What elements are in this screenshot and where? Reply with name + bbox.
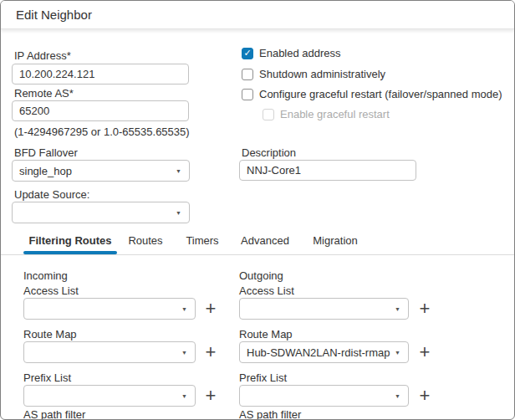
configure-graceful-restart-checkbox[interactable]: [242, 89, 253, 100]
bfd-fallover-value: single_hop: [13, 165, 176, 177]
dialog-header: Edit Neighbor: [1, 1, 514, 29]
incoming-route-map-add-button[interactable]: +: [202, 341, 219, 363]
update-source-label: Update Source:: [14, 188, 89, 201]
outgoing-prefix-list-label: Prefix List: [239, 371, 287, 384]
outgoing-route-map-add-button[interactable]: +: [416, 341, 433, 363]
incoming-access-list-label: Access List: [23, 284, 79, 297]
ip-address-label: IP Address*: [14, 49, 71, 62]
chevron-down-icon: ▼: [176, 210, 189, 216]
enable-graceful-restart-checkbox-row: Enable graceful restart: [263, 108, 390, 120]
outgoing-access-list-label: Access List: [239, 284, 294, 297]
incoming-access-list-add-button[interactable]: +: [202, 298, 219, 320]
dialog-title: Edit Neighbor: [16, 8, 92, 22]
tab-divider: [1, 254, 514, 255]
bfd-fallover-label: BFD Fallover: [14, 146, 78, 159]
enabled-address-checkbox-row[interactable]: ✓ Enabled address: [242, 47, 341, 59]
incoming-access-list-select[interactable]: ▼: [23, 298, 196, 320]
outgoing-route-map-select[interactable]: Hub-SDWAN2LAN-rdist-rmap ▼: [239, 341, 409, 363]
outgoing-route-map-label: Route Map: [239, 328, 293, 341]
tab-advanced[interactable]: Advanced: [241, 234, 289, 255]
shutdown-administratively-label: Shutdown administratively: [259, 68, 385, 80]
shutdown-administratively-checkbox-row[interactable]: Shutdown administratively: [242, 68, 385, 80]
edit-neighbor-dialog: Edit Neighbor IP Address* Remote AS* (1-…: [0, 0, 515, 420]
check-icon: ✓: [243, 49, 251, 58]
incoming-prefix-list-add-button[interactable]: +: [202, 385, 219, 407]
outgoing-access-list-add-button[interactable]: +: [416, 298, 433, 320]
tab-timers[interactable]: Timers: [186, 234, 219, 255]
chevron-down-icon: ▼: [395, 306, 408, 312]
chevron-down-icon: ▼: [395, 350, 408, 356]
shutdown-administratively-checkbox[interactable]: [242, 69, 253, 80]
outgoing-access-list-select[interactable]: ▼: [239, 298, 409, 320]
incoming-prefix-list-label: Prefix List: [23, 371, 71, 384]
outgoing-as-path-filter-label: AS path filter: [239, 408, 301, 420]
incoming-route-map-label: Route Map: [23, 328, 77, 341]
outgoing-prefix-list-add-button[interactable]: +: [416, 385, 433, 407]
remote-as-input[interactable]: [12, 100, 189, 121]
enabled-address-label: Enabled address: [259, 47, 341, 59]
chevron-down-icon: ▼: [181, 306, 195, 312]
bfd-fallover-select[interactable]: single_hop ▼: [12, 160, 190, 182]
configure-graceful-restart-checkbox-row[interactable]: Configure graceful restart (failover/spa…: [242, 88, 502, 100]
chevron-down-icon: ▼: [395, 393, 408, 399]
chevron-down-icon: ▼: [181, 393, 195, 399]
configure-graceful-restart-label: Configure graceful restart (failover/spa…: [259, 88, 502, 100]
description-label: Description: [242, 146, 296, 159]
tab-migration[interactable]: Migration: [311, 234, 359, 255]
remote-as-range-hint: (1-4294967295 or 1.0-65535.65535): [14, 125, 190, 138]
chevron-down-icon: ▼: [176, 168, 189, 174]
outgoing-route-map-value: Hub-SDWAN2LAN-rdist-rmap: [240, 346, 395, 359]
incoming-route-map-select[interactable]: ▼: [23, 341, 196, 363]
enable-graceful-restart-label: Enable graceful restart: [280, 108, 390, 120]
description-input[interactable]: [239, 160, 416, 181]
chevron-down-icon: ▼: [181, 350, 195, 356]
enabled-address-checkbox[interactable]: ✓: [242, 48, 253, 59]
tab-routes[interactable]: Routes: [128, 234, 163, 255]
incoming-as-path-filter-label: AS path filter: [23, 408, 85, 420]
incoming-section-heading: Incoming: [23, 269, 68, 282]
remote-as-label: Remote AS*: [14, 87, 74, 100]
incoming-prefix-list-select[interactable]: ▼: [23, 385, 196, 407]
outgoing-prefix-list-select[interactable]: ▼: [239, 385, 409, 407]
update-source-select[interactable]: ▼: [12, 202, 190, 223]
enable-graceful-restart-checkbox: [263, 109, 274, 120]
outgoing-section-heading: Outgoing: [239, 269, 283, 282]
ip-address-input[interactable]: [12, 64, 189, 85]
